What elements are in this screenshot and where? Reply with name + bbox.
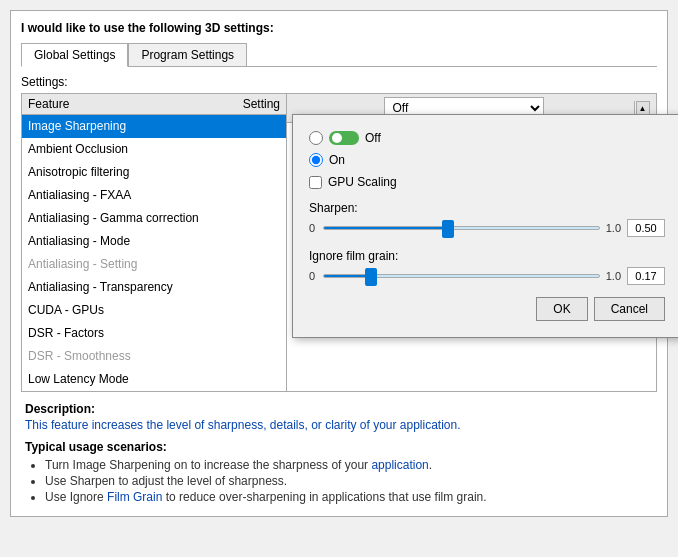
radio-off-input[interactable] [309,131,323,145]
setting-col-label: Setting [243,97,280,111]
toggle-switch[interactable] [329,131,359,145]
desc-text: This feature increases the level of shar… [25,418,653,432]
radio-on-input[interactable] [309,153,323,167]
usage-title: Typical usage scenarios: [25,440,653,454]
ignore-section: Ignore film grain: 0 1.0 0.17 [309,249,665,285]
toggle-circle [332,133,342,143]
scrollbar-up: ▲ [634,101,650,115]
radio-on-row: On [309,153,665,167]
description-section: Description: This feature increases the … [21,402,657,504]
usage-item-2-prefix: Use Ignore [45,490,107,504]
feature-row-6: Antialiasing - Setting [22,253,286,276]
feature-col-label: Feature [28,97,69,111]
tab-global-settings[interactable]: Global Settings [21,43,128,67]
sharpen-min: 0 [309,222,317,234]
sharpen-label: Sharpen: [309,201,665,215]
usage-item-2-suffix: to reduce over-sharpening in application… [162,490,486,504]
usage-item-2-link: Film Grain [107,490,162,504]
feature-row-1[interactable]: Ambient Occlusion [22,138,286,161]
radio-off-row: Off [309,131,665,145]
feature-row-11[interactable]: Low Latency Mode [22,368,286,391]
content-area: Feature Setting Image Sharpening Ambient… [21,93,657,392]
ignore-min: 0 [309,270,317,282]
sharpen-max: 1.0 [606,222,621,234]
main-container: I would like to use the following 3D set… [10,10,668,517]
ignore-max: 1.0 [606,270,621,282]
feature-list-header: Feature Setting [22,94,286,115]
ignore-value[interactable]: 0.17 [627,267,665,285]
sharpen-track[interactable] [323,226,600,230]
scrollbar-up-arrow[interactable]: ▲ [636,101,650,115]
radio-off-label: Off [365,131,381,145]
feature-row-2[interactable]: Anisotropic filtering [22,161,286,184]
usage-item-2: Use Ignore Film Grain to reduce over-sha… [45,490,653,504]
feature-row-3[interactable]: Antialiasing - FXAA [22,184,286,207]
ignore-thumb[interactable] [365,268,377,286]
gpu-scaling-checkbox[interactable] [309,176,322,189]
cancel-button[interactable]: Cancel [594,297,665,321]
sharpen-thumb[interactable] [442,220,454,238]
feature-row-7[interactable]: Antialiasing - Transparency [22,276,286,299]
feature-list: Feature Setting Image Sharpening Ambient… [22,94,287,391]
radio-on-label: On [329,153,345,167]
sharpen-fill [324,227,448,229]
ignore-track[interactable] [323,274,600,278]
sharpen-section: Sharpen: 0 1.0 0.50 [309,201,665,237]
popup-buttons: OK Cancel [309,297,665,321]
tab-program-settings[interactable]: Program Settings [128,43,247,66]
sharpen-slider-row: 0 1.0 0.50 [309,219,665,237]
feature-row-4[interactable]: Antialiasing - Gamma correction [22,207,286,230]
feature-row-0[interactable]: Image Sharpening [22,115,286,138]
feature-row-5[interactable]: Antialiasing - Mode [22,230,286,253]
gpu-scaling-label: GPU Scaling [328,175,397,189]
usage-item-1-text: Use Sharpen to adjust the level of sharp… [45,474,287,488]
ok-button[interactable]: OK [536,297,587,321]
sharpen-value[interactable]: 0.50 [627,219,665,237]
usage-item-0-prefix: Turn Image Sharpening on to increase the… [45,458,371,472]
ignore-slider-row: 0 1.0 0.17 [309,267,665,285]
feature-row-10: DSR - Smoothness [22,345,286,368]
usage-list: Turn Image Sharpening on to increase the… [25,458,653,504]
desc-title: Description: [25,402,653,416]
ignore-label: Ignore film grain: [309,249,665,263]
ignore-fill [324,275,371,277]
settings-label: Settings: [21,75,657,89]
gpu-scaling-row: GPU Scaling [309,175,665,189]
feature-row-8[interactable]: CUDA - GPUs [22,299,286,322]
popup-overlay: Off On GPU Scaling Sharpen: 0 [292,114,678,338]
usage-item-1: Use Sharpen to adjust the level of sharp… [45,474,653,488]
tabs-bar: Global Settings Program Settings [21,43,657,67]
main-title: I would like to use the following 3D set… [21,21,657,35]
usage-item-0: Turn Image Sharpening on to increase the… [45,458,653,472]
usage-item-0-link: application [371,458,428,472]
feature-row-9[interactable]: DSR - Factors [22,322,286,345]
usage-item-0-suffix: . [429,458,432,472]
